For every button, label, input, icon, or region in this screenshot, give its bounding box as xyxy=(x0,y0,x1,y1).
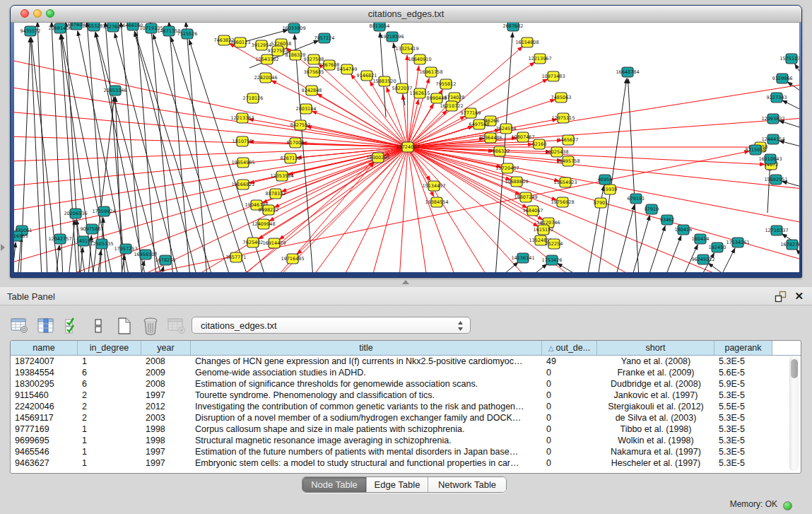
graph-node[interactable]: 8498222 xyxy=(259,205,279,215)
graph-node[interactable]: 90975887 xyxy=(80,224,103,234)
graph-node[interactable]: 7955812 xyxy=(436,79,457,89)
graph-node[interactable]: 19166822 xyxy=(231,180,254,189)
graph-node[interactable]: 252254 xyxy=(546,239,563,249)
graph-node[interactable]: 679191 xyxy=(628,194,645,204)
graph-node[interactable]: 8878332 xyxy=(266,189,286,199)
panel-splitter-handle[interactable] xyxy=(402,280,409,284)
graph-node[interactable]: 817008 xyxy=(287,138,305,148)
graph-node[interactable]: 9242848 xyxy=(302,86,322,95)
table-row[interactable]: 1456911722003Disruption of a novel membe… xyxy=(11,412,801,424)
graph-node[interactable]: 87919 xyxy=(645,204,659,214)
graph-node[interactable]: 18640910 xyxy=(408,54,431,64)
graph-node[interactable]: 17359924 xyxy=(92,206,115,216)
column-header-year[interactable]: year xyxy=(141,341,191,355)
graph-node[interactable]: 13325419 xyxy=(395,44,418,54)
import-table-icon[interactable] xyxy=(167,317,186,335)
graph-node[interactable]: 160414 xyxy=(692,234,710,244)
graph-node[interactable]: 12505135 xyxy=(90,239,113,249)
graph-node[interactable]: 19716485 xyxy=(281,254,304,264)
graph-node[interactable]: 10025438 xyxy=(545,147,568,157)
graph-node[interactable]: 19384554 xyxy=(425,197,448,207)
table-scrollbar-thumb[interactable] xyxy=(791,359,798,378)
graph-node[interactable]: 192450 xyxy=(709,243,726,252)
graph-node[interactable]: 7857224 xyxy=(314,33,335,43)
graph-node[interactable]: 15720407 xyxy=(495,163,519,173)
table-row[interactable]: 2242004622012Investigating the contribut… xyxy=(11,401,801,412)
graph-node[interactable]: 16033809 xyxy=(282,23,305,33)
graph-node[interactable]: 87901 xyxy=(594,198,608,208)
graph-node[interactable]: 15939 xyxy=(603,185,618,194)
column-header-name[interactable]: name xyxy=(11,341,78,355)
float-panel-icon[interactable] xyxy=(775,291,787,303)
graph-node[interactable]: 40954 xyxy=(598,175,613,185)
table-row[interactable]: 946362711997Embryonic stem cells: a mode… xyxy=(11,457,801,469)
graph-node[interactable]: 8267130 xyxy=(281,153,301,163)
graph-node[interactable]: 9329966 xyxy=(772,74,793,83)
column-header-out_de[interactable]: △out_de... xyxy=(542,341,597,355)
graph-node[interactable]: 18807249 xyxy=(514,192,537,202)
graph-node[interactable]: 15654923 xyxy=(553,177,577,187)
graph-node[interactable]: 16210643 xyxy=(758,154,782,164)
graph-node[interactable]: 7515526 xyxy=(177,29,198,39)
graph-node[interactable]: 2687682 xyxy=(503,23,524,31)
graph-node[interactable]: 17534261 xyxy=(726,238,749,247)
graph-node[interactable]: 11156863 xyxy=(14,231,28,241)
memory-status-indicator[interactable] xyxy=(783,501,792,510)
graph-node[interactable]: 10807467 xyxy=(511,132,534,142)
table-settings-icon[interactable] xyxy=(10,317,29,335)
graph-node[interactable]: 1810755 xyxy=(233,136,253,146)
graph-node[interactable]: 16648784 xyxy=(616,67,639,77)
graph-node[interactable]: 22420046 xyxy=(254,73,277,83)
table-row[interactable]: 1938455462009Genome-wide association stu… xyxy=(11,367,801,378)
graph-node[interactable]: 10973483 xyxy=(541,71,565,81)
graph-node[interactable]: 1615152 xyxy=(534,225,554,235)
graph-node[interactable]: 10543382 xyxy=(255,54,278,64)
column-header-short[interactable]: short xyxy=(597,341,714,355)
table-scrollbar[interactable] xyxy=(789,356,799,471)
graph-node[interactable]: 180416 xyxy=(675,225,693,235)
network-graph[interactable]: 1872400713325419186409101696175879558121… xyxy=(14,23,799,272)
network-canvas[interactable]: 1872400713325419186409101696175879558121… xyxy=(14,23,799,272)
table-row[interactable]: 1872400712008Changes of HCN gene express… xyxy=(11,356,801,367)
table-row[interactable]: 969969511998Structural magnetic resonanc… xyxy=(11,435,801,446)
graph-node[interactable]: 12975115 xyxy=(551,113,575,123)
close-panel-icon[interactable]: ✕ xyxy=(794,290,804,302)
graph-node[interactable]: 12409948 xyxy=(252,219,275,229)
graph-node[interactable]: 3624554 xyxy=(496,124,517,134)
graph-node[interactable]: 3657771 xyxy=(226,252,247,262)
column-header-in_degree[interactable]: in_degree xyxy=(78,341,141,355)
graph-node[interactable]: 12710337 xyxy=(765,226,788,235)
graph-node[interactable]: 8454749 xyxy=(337,64,358,74)
graph-node[interactable]: 10688609 xyxy=(505,177,528,187)
table-row[interactable]: 1830029562008Estimation of significance … xyxy=(11,378,801,390)
graph-node[interactable]: 20206536 xyxy=(64,209,87,218)
graph-node[interactable]: 96245012 xyxy=(691,255,714,264)
graph-node[interactable]: 19756928 xyxy=(551,197,574,207)
graph-node[interactable]: 93462 xyxy=(660,215,675,225)
graph-node[interactable]: 1753426 xyxy=(542,255,563,265)
delete-table-icon[interactable] xyxy=(141,317,160,335)
tab-network-table[interactable]: Network Table xyxy=(428,477,506,492)
graph-node[interactable]: 15134457 xyxy=(422,181,445,191)
graph-node[interactable]: 15751074 xyxy=(779,54,799,64)
graph-node[interactable]: 1465627 xyxy=(558,135,579,145)
graph-node[interactable]: 16154808 xyxy=(515,37,539,47)
graph-node[interactable]: 14136141 xyxy=(511,253,534,263)
tab-node-table[interactable]: Node Table xyxy=(302,477,367,492)
graph-node[interactable]: 19654985 xyxy=(231,158,254,168)
show-columns-icon[interactable] xyxy=(36,317,55,335)
graph-node[interactable]: 12342757 xyxy=(48,234,71,244)
graph-node[interactable]: 2803144 xyxy=(296,104,317,114)
table-row[interactable]: 946554611997Estimation of the future num… xyxy=(11,446,801,457)
row-height-icon[interactable] xyxy=(88,317,107,335)
graph-node[interactable]: 16782751 xyxy=(780,240,799,250)
graph-node[interactable]: 8215958 xyxy=(746,145,766,155)
select-rows-icon[interactable] xyxy=(62,317,81,335)
graph-node[interactable]: 7485063 xyxy=(551,93,572,103)
graph-node[interactable]: 12213363 xyxy=(230,113,254,123)
table-row[interactable]: 977716911998Corpus callosum shape and si… xyxy=(11,424,801,435)
graph-node[interactable]: 3675685 xyxy=(304,67,324,77)
graph-node[interactable]: 20853346 xyxy=(103,86,126,95)
graph-node[interactable]: 3684067 xyxy=(523,206,543,216)
column-header-title[interactable]: title xyxy=(191,341,542,355)
